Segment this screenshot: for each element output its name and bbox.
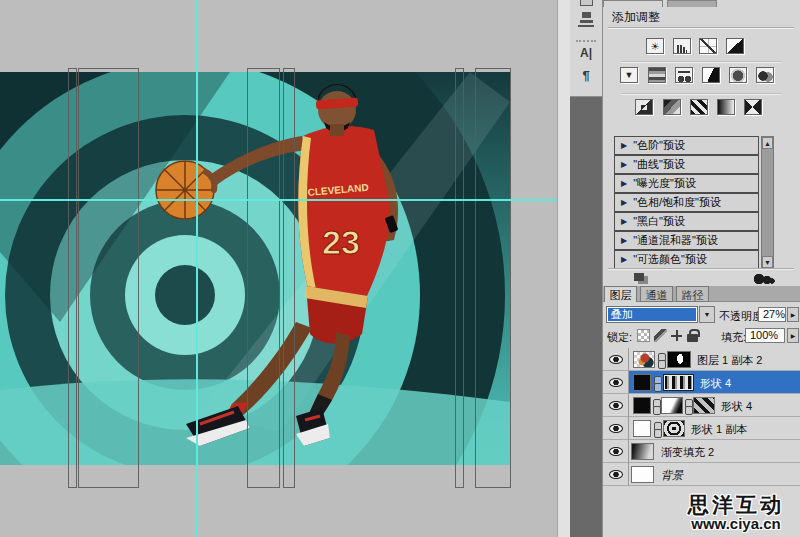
expand-triangle-icon[interactable]: ▶ [621,255,627,264]
gradient-map-icon[interactable] [717,99,735,115]
fill-slider-icon[interactable]: ▶ [787,328,799,343]
layer-thumbnail[interactable] [633,420,651,437]
levels-icon[interactable] [673,38,691,54]
blend-mode-select[interactable]: 叠加 [606,306,698,323]
layer-row[interactable]: 渐变填充 2 [603,440,800,463]
vector-mask-thumbnail[interactable] [693,397,715,414]
eye-icon[interactable] [609,378,623,387]
layer-thumbnail[interactable] [633,374,651,391]
preset-group-selective-color[interactable]: ▶"可选颜色"预设 [614,250,759,269]
scroll-up-icon[interactable]: ▲ [762,137,773,149]
mask-link-icon[interactable] [653,399,660,412]
eye-icon[interactable] [609,470,623,479]
layer-row[interactable]: 形状 4 [603,394,800,417]
threshold-icon[interactable] [690,99,708,115]
preset-group-levels[interactable]: ▶"色阶"预设 [614,136,759,155]
visibility-toggle-icon[interactable] [753,273,775,285]
preset-group-exposure[interactable]: ▶"曝光度"预设 [614,174,759,193]
visibility-cell[interactable] [603,348,629,371]
expand-triangle-icon[interactable]: ▶ [621,198,627,207]
layer-name[interactable]: 背景 [661,468,683,483]
character-panel-icon[interactable]: A| [570,46,602,60]
visibility-cell[interactable] [603,417,629,440]
lock-all-icon[interactable] [686,329,699,342]
row-background [629,440,800,462]
visibility-cell[interactable] [603,371,629,394]
preset-group-hue-saturation[interactable]: ▶"色相/饱和度"预设 [614,193,759,212]
preset-scrollbar[interactable]: ▲ ▼ [761,136,774,269]
tab-paths[interactable]: 路径 [676,286,709,302]
divider [621,61,782,62]
invert-icon[interactable] [635,99,653,115]
layer-name[interactable]: 形状 4 [700,376,731,391]
layer-row[interactable]: 形状 1 副本 [603,417,800,440]
vertical-guide[interactable] [196,0,198,537]
paragraph-panel-icon[interactable]: ¶ [570,68,602,83]
mask-link-icon[interactable] [654,376,661,389]
expand-triangle-icon[interactable]: ▶ [621,141,627,150]
visibility-cell[interactable] [603,440,629,463]
layer-name[interactable]: 图层 1 副本 2 [697,353,762,368]
scroll-down-icon[interactable]: ▼ [762,256,773,268]
layer-row-selected[interactable]: 形状 4 [603,371,800,394]
blend-mode-dropdown-icon[interactable]: ▼ [699,306,715,323]
preset-group-curves[interactable]: ▶"曲线"预设 [614,155,759,174]
layer-thumbnail[interactable] [633,397,651,414]
adjustments-tab[interactable] [603,0,663,7]
blend-mode-value: 叠加 [608,308,696,321]
curves-icon[interactable] [699,38,717,54]
layer-thumbnail[interactable] [631,443,654,460]
preset-group-black-white[interactable]: ▶"黑白"预设 [614,212,759,231]
lock-position-icon[interactable] [670,329,683,342]
layer-mask-thumbnail[interactable] [667,351,691,368]
hue-saturation-icon[interactable] [648,67,666,83]
photo-filter-icon[interactable] [729,67,747,83]
layer-name[interactable]: 渐变填充 2 [661,445,714,460]
horizontal-guide[interactable] [0,199,557,201]
layer-thumbnail[interactable] [633,351,655,368]
mask-link-icon[interactable] [685,399,692,412]
vector-mask-thumbnail[interactable] [663,374,694,391]
collapsed-panel-icon[interactable] [580,0,593,6]
color-balance-icon[interactable] [675,67,693,83]
selective-color-icon[interactable] [744,99,762,115]
lock-pixels-icon[interactable] [654,329,667,342]
expand-triangle-icon[interactable]: ▶ [621,236,627,245]
visibility-cell[interactable] [603,463,629,486]
document-canvas[interactable]: CLEVELAND 23 [0,0,557,537]
vibrance-icon[interactable]: ▼ [620,67,638,83]
black-white-icon[interactable] [702,67,720,83]
mask-link-icon[interactable] [654,422,661,435]
layer-row[interactable]: 背景 [603,463,800,486]
layer-row[interactable]: 图层 1 副本 2 [603,348,800,371]
preset-group-channel-mixer[interactable]: ▶"通道混和器"预设 [614,231,759,250]
mask-link-icon[interactable] [658,353,665,366]
layer-name[interactable]: 形状 1 副本 [691,422,747,437]
eye-icon[interactable] [609,401,623,410]
eye-icon[interactable] [609,447,623,456]
fill-input[interactable]: 100% [745,328,785,343]
posterize-icon[interactable] [663,99,681,115]
layer-thumbnail[interactable] [631,466,654,483]
exposure-icon[interactable] [726,38,744,54]
masks-tab[interactable] [667,0,717,7]
layer-name[interactable]: 形状 4 [721,399,752,414]
switch-panel-view-icon[interactable] [634,273,649,285]
vector-mask-thumbnail[interactable] [663,420,685,437]
layer-mask-thumbnail[interactable] [661,397,683,414]
opacity-input[interactable]: 27% [758,307,786,322]
opacity-slider-icon[interactable]: ▶ [787,307,799,322]
lock-transparency-icon[interactable] [637,329,650,342]
expand-triangle-icon[interactable]: ▶ [621,217,627,226]
expand-triangle-icon[interactable]: ▶ [621,179,627,188]
channel-mixer-icon[interactable] [756,67,774,83]
eye-icon[interactable] [609,424,623,433]
clone-source-panel-icon[interactable] [577,11,595,28]
visibility-cell[interactable] [603,394,629,417]
expand-triangle-icon[interactable]: ▶ [621,160,627,169]
tab-channels[interactable]: 通道 [640,286,673,302]
eye-icon[interactable] [609,355,623,364]
brightness-contrast-icon[interactable]: ☀ [646,38,664,54]
collapsed-panel-dock: A| ¶ [570,0,602,537]
tab-layers[interactable]: 图层 [604,286,637,302]
